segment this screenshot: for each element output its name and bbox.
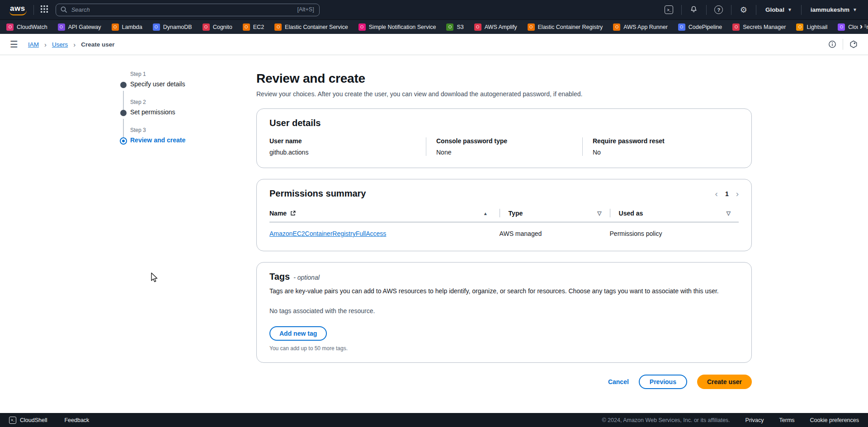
hamburger-menu-icon[interactable]: ☰ bbox=[10, 39, 18, 50]
field-label: Require password reset bbox=[593, 137, 731, 145]
sort-ascending-icon[interactable]: ▲ bbox=[483, 211, 488, 216]
favorite-ec2[interactable]: EC2 bbox=[243, 23, 264, 31]
cloudshell-footer-button[interactable]: >_ CloudShell bbox=[9, 417, 47, 424]
ec2-icon bbox=[243, 23, 250, 31]
step-2-item[interactable]: Step 2 Set permissions bbox=[120, 99, 233, 116]
tags-description: Tags are key-value pairs you can add to … bbox=[269, 286, 739, 296]
favorite-api-gateway[interactable]: API Gateway bbox=[58, 23, 101, 31]
column-label: Type bbox=[509, 210, 523, 217]
breadcrumb-current: Create user bbox=[81, 41, 114, 48]
search-icon bbox=[60, 6, 68, 15]
info-icon[interactable] bbox=[828, 40, 837, 49]
cell-policy-type: AWS managed bbox=[500, 222, 610, 242]
pagination-next-icon[interactable]: › bbox=[736, 189, 739, 198]
favorite-cognito[interactable]: Cognito bbox=[203, 23, 232, 31]
settings-gear-icon[interactable]: ⚙ bbox=[738, 4, 750, 16]
cancel-button[interactable]: Cancel bbox=[608, 378, 629, 385]
aws-console-page: aws [Alt+S] >_ ? ⚙ bbox=[0, 0, 868, 427]
step-2-number: Step 2 bbox=[130, 99, 233, 105]
help-icon[interactable]: ? bbox=[713, 4, 725, 16]
breadcrumb-tools-divider bbox=[843, 39, 843, 50]
favorite-app-runner[interactable]: AWS App Runner bbox=[613, 23, 668, 31]
column-header-used-as[interactable]: Used as ▽ bbox=[610, 206, 739, 222]
ecs-icon bbox=[274, 23, 282, 31]
filter-icon[interactable]: ▽ bbox=[597, 210, 601, 216]
favorites-overflow-chevron-icon[interactable]: › bbox=[858, 21, 864, 31]
terms-link[interactable]: Terms bbox=[779, 417, 795, 423]
breadcrumb-iam[interactable]: IAM bbox=[28, 41, 39, 48]
region-label: Global bbox=[765, 6, 784, 13]
notifications-bell-icon[interactable] bbox=[688, 4, 700, 16]
favorite-amplify[interactable]: AWS Amplify bbox=[474, 23, 517, 31]
user-details-title: User details bbox=[269, 118, 739, 128]
favorite-sns[interactable]: Simple Notification Service bbox=[359, 23, 436, 31]
column-header-name[interactable]: Name ▲ bbox=[269, 206, 500, 222]
permissions-header: Permissions summary ‹ 1 › bbox=[269, 188, 739, 199]
breadcrumb-separator-icon: › bbox=[73, 41, 75, 48]
pagination: ‹ 1 › bbox=[715, 189, 739, 198]
cloudshell-label: CloudShell bbox=[20, 417, 47, 423]
previous-button[interactable]: Previous bbox=[639, 375, 687, 389]
cloudshell-icon[interactable]: >_ bbox=[663, 4, 675, 16]
favorite-secrets-manager[interactable]: Secrets Manager bbox=[732, 23, 786, 31]
region-selector[interactable]: Global ▼ bbox=[763, 6, 795, 13]
account-menu[interactable]: iammukeshm ▼ bbox=[808, 6, 860, 13]
copyright-text: © 2024, Amazon Web Services, Inc. or its… bbox=[602, 417, 730, 423]
account-label: iammukeshm bbox=[811, 6, 849, 13]
field-value: No bbox=[593, 149, 731, 156]
amplify-icon bbox=[474, 23, 481, 31]
step-3-number: Step 3 bbox=[130, 127, 233, 133]
field-user-name: User name github.actions bbox=[269, 137, 426, 156]
search-input[interactable] bbox=[56, 4, 320, 16]
field-require-password-reset: Require password reset No bbox=[582, 137, 739, 156]
tags-empty-state: No tags associated with the resource. bbox=[269, 307, 739, 314]
field-label: Console password type bbox=[436, 137, 574, 145]
favorite-cloudwatch[interactable]: CloudWatch bbox=[6, 23, 47, 31]
pagination-prev-icon[interactable]: ‹ bbox=[715, 189, 718, 198]
favorite-s3[interactable]: S3 bbox=[446, 23, 463, 31]
step-3-item[interactable]: Step 3 Review and create bbox=[120, 127, 233, 144]
terminal-icon: >_ bbox=[9, 417, 16, 424]
step-2-label: Set permissions bbox=[130, 108, 233, 116]
policy-link[interactable]: AmazonEC2ContainerRegistryFullAccess bbox=[269, 230, 386, 237]
topbar-divider bbox=[801, 5, 802, 15]
aws-logo[interactable]: aws bbox=[8, 4, 27, 16]
hexagon-panel-icon[interactable] bbox=[849, 40, 858, 49]
favorite-dynamodb[interactable]: DynamoDB bbox=[153, 23, 192, 31]
breadcrumb-users[interactable]: Users bbox=[52, 41, 68, 48]
search-bar: [Alt+S] bbox=[56, 4, 320, 16]
top-navigation-bar: aws [Alt+S] >_ ? ⚙ bbox=[0, 0, 868, 19]
tags-title: Tags bbox=[269, 272, 290, 282]
favorite-lambda[interactable]: Lambda bbox=[112, 23, 142, 31]
api-gateway-icon bbox=[58, 23, 65, 31]
topbar-divider bbox=[681, 5, 682, 15]
field-label: User name bbox=[269, 137, 418, 145]
add-new-tag-button[interactable]: Add new tag bbox=[269, 326, 327, 341]
services-grid-icon[interactable] bbox=[40, 5, 48, 15]
page-title: Review and create bbox=[256, 71, 752, 86]
app-runner-icon bbox=[613, 23, 620, 31]
field-value: None bbox=[436, 149, 574, 156]
cookie-preferences-link[interactable]: Cookie preferences bbox=[810, 417, 859, 423]
pagination-current-page[interactable]: 1 bbox=[725, 190, 729, 197]
cloudwatch-icon bbox=[6, 23, 14, 31]
filter-icon[interactable]: ▽ bbox=[726, 210, 731, 216]
favorite-lightsail[interactable]: Lightsail bbox=[796, 23, 827, 31]
create-user-button[interactable]: Create user bbox=[697, 375, 752, 389]
step-1-item[interactable]: Step 1 Specify user details bbox=[120, 71, 233, 88]
tags-limit-hint: You can add up to 50 more tags. bbox=[269, 345, 739, 353]
lightsail-icon bbox=[796, 23, 803, 31]
console-footer: >_ CloudShell Feedback © 2024, Amazon We… bbox=[0, 413, 868, 427]
column-label: Name bbox=[269, 210, 287, 217]
privacy-link[interactable]: Privacy bbox=[745, 417, 764, 423]
step-1-dot bbox=[120, 82, 127, 88]
favorite-ecr[interactable]: Elastic Container Registry bbox=[528, 23, 603, 31]
user-details-card: User details User name github.actions Co… bbox=[256, 108, 752, 168]
search-shortcut-hint: [Alt+S] bbox=[297, 6, 314, 13]
favorite-ecs[interactable]: Elastic Container Service bbox=[274, 23, 348, 31]
chevron-down-icon: ▼ bbox=[788, 7, 792, 12]
column-header-type[interactable]: Type ▽ bbox=[500, 206, 610, 222]
favorite-codepipeline[interactable]: CodePipeline bbox=[678, 23, 722, 31]
feedback-button[interactable]: Feedback bbox=[64, 417, 89, 423]
column-label: Used as bbox=[619, 210, 643, 217]
